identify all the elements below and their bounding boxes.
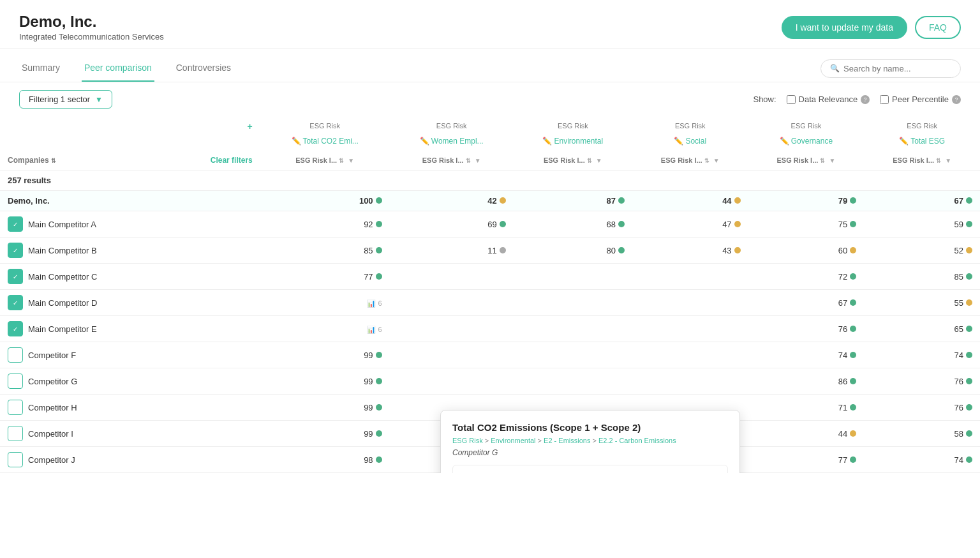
chart-icon: 📊 6	[367, 299, 382, 307]
score-cell: 43	[632, 238, 748, 264]
company-checkbox[interactable]: ✓	[8, 269, 23, 284]
score-dot	[500, 221, 506, 227]
company-name: Demo, Inc.	[19, 13, 164, 31]
score-value: 44	[838, 429, 847, 439]
company-subtitle: Integrated Telecommunication Services	[19, 32, 164, 41]
score-value: 75	[838, 220, 847, 229]
data-relevance-option[interactable]: Data Relevance ?	[787, 94, 870, 104]
filter-icon-social[interactable]: ▼	[713, 157, 720, 164]
score-cell: 📊 6	[260, 316, 390, 342]
score-dot	[376, 352, 382, 358]
company-checkbox[interactable]: ✓	[8, 321, 23, 336]
company-name-cell: Main Competitor C	[28, 272, 97, 282]
checkmark-icon: ✓	[13, 247, 18, 254]
score-dot	[850, 404, 856, 411]
company-checkbox[interactable]	[8, 426, 23, 441]
score-value: 87	[606, 196, 615, 206]
filter-icon-total[interactable]: ▼	[945, 157, 951, 164]
sub-filter-co2: ESG Risk I... ⇅ ▼	[260, 151, 390, 170]
company-checkbox[interactable]: ✓	[8, 243, 23, 258]
filter-row: Filtering 1 sector ▼ Show: Data Relevanc…	[0, 82, 980, 116]
sub-label-env: ESG Risk I...	[544, 156, 585, 164]
score-cell	[390, 368, 514, 395]
edit-icon-social: ✏️	[674, 137, 683, 146]
company-cell: ✓Main Competitor B	[0, 238, 260, 264]
sub-filter-env: ESG Risk I... ⇅ ▼	[514, 151, 632, 170]
filter-icon-co2[interactable]: ▼	[348, 157, 354, 164]
score-cell: 99	[260, 368, 390, 395]
score-cell: 74	[864, 342, 980, 368]
score-cell: 67	[748, 290, 865, 316]
score-cell	[514, 342, 632, 368]
metric-total: ✏️Total ESG	[864, 132, 980, 151]
sub-filter-header-row: Companies ⇅ Clear filters ESG Risk I... …	[0, 151, 980, 170]
score-dot	[850, 430, 856, 437]
sub-filter-gov: ESG Risk I... ⇅ ▼	[748, 151, 865, 170]
table-row: Competitor F997474	[0, 342, 980, 368]
company-checkbox[interactable]	[8, 347, 23, 363]
filter-button[interactable]: Filtering 1 sector ▼	[19, 90, 112, 109]
tab-summary[interactable]: Summary	[19, 55, 63, 82]
score-dot	[850, 221, 856, 227]
search-input[interactable]	[843, 64, 951, 73]
score-dot	[376, 378, 382, 384]
peer-percentile-checkbox[interactable]	[880, 95, 889, 104]
peer-percentile-help-icon[interactable]: ?	[952, 95, 961, 104]
company-checkbox[interactable]: ✓	[8, 295, 23, 310]
company-info: Demo, Inc. Integrated Telecommunication …	[19, 13, 164, 41]
score-value: 43	[722, 246, 731, 255]
breadcrumb-e22: E2.2 - Carbon Emissions	[598, 437, 676, 444]
tooltip-breadcrumb: ESG Risk > Environmental > E2 - Emission…	[452, 437, 728, 444]
score-dot	[850, 273, 856, 280]
sub-label-women: ESG Risk I...	[422, 156, 464, 164]
score-cell	[632, 316, 748, 342]
tab-peer-comparison[interactable]: Peer comparison	[82, 55, 154, 82]
filter-icon-gov[interactable]: ▼	[829, 157, 835, 164]
company-checkbox[interactable]	[8, 400, 23, 415]
score-value: 71	[838, 403, 847, 412]
tab-controversies[interactable]: Controversies	[174, 55, 234, 82]
score-cell: 55	[864, 290, 980, 316]
score-value: 44	[722, 196, 731, 206]
peer-percentile-option[interactable]: Peer Percentile ?	[880, 94, 961, 104]
score-cell: 99	[260, 421, 390, 447]
score-dot	[618, 247, 625, 253]
table-container: + ESG Risk ESG Risk ESG Risk ESG Risk ES…	[0, 116, 980, 473]
score-dot	[734, 221, 741, 227]
breadcrumb-e2: E2 - Emissions	[544, 437, 590, 444]
data-relevance-checkbox[interactable]	[787, 95, 796, 104]
score-value: 74	[838, 351, 847, 360]
sub-filter-total: ESG Risk I... ⇅ ▼	[864, 151, 980, 170]
score-value: 76	[954, 403, 963, 412]
data-relevance-help-icon[interactable]: ?	[861, 95, 870, 104]
company-checkbox[interactable]: ✓	[8, 216, 23, 232]
score-value: 92	[364, 220, 373, 229]
sort-icon-women: ⇅	[466, 158, 471, 164]
sub-filter-social: ESG Risk I... ⇅ ▼	[632, 151, 748, 170]
score-value: 99	[364, 429, 373, 439]
score-dot	[500, 247, 506, 253]
filter-icon-women[interactable]: ▼	[475, 157, 481, 164]
update-data-button[interactable]: I want to update my data	[782, 16, 907, 39]
filter-icon-env[interactable]: ▼	[596, 157, 602, 164]
clear-filters-button[interactable]: Clear filters	[211, 156, 253, 165]
company-name-cell: Main Competitor D	[28, 298, 97, 308]
score-cell: 65	[864, 316, 980, 342]
score-value: 100	[359, 196, 373, 206]
faq-button[interactable]: FAQ	[915, 16, 961, 39]
edit-icon-co2: ✏️	[292, 137, 301, 146]
score-cell	[632, 290, 748, 316]
company-checkbox[interactable]	[8, 452, 23, 467]
table-row: ✓Main Competitor B851180436052	[0, 238, 980, 264]
show-options: Show: Data Relevance ? Peer Percentile ?	[753, 94, 961, 104]
add-column-button[interactable]: +	[248, 121, 253, 132]
company-name-cell: Competitor H	[28, 403, 77, 412]
score-dot	[966, 299, 972, 306]
search-icon: 🔍	[830, 64, 840, 73]
company-checkbox[interactable]	[8, 373, 23, 389]
score-value: 99	[364, 377, 373, 386]
edit-icon-women: ✏️	[420, 137, 429, 146]
score-cell: 71	[748, 395, 865, 421]
score-dot	[376, 247, 382, 253]
search-box[interactable]: 🔍	[820, 59, 961, 78]
